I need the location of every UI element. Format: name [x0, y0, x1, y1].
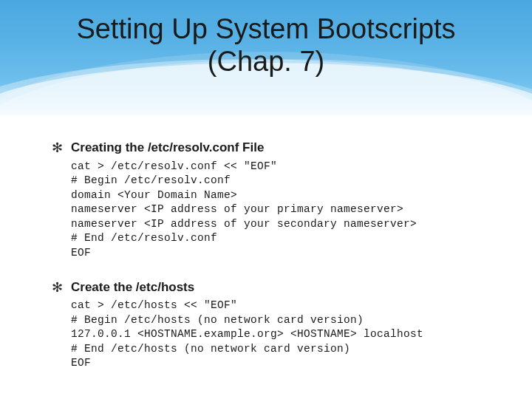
bullet-block: ✻ Creating the /etc/resolv.conf File cat… — [52, 140, 488, 261]
code-block: cat > /etc/hosts << "EOF" # Begin /etc/h… — [52, 299, 488, 371]
asterisk-icon: ✻ — [52, 140, 62, 157]
bullet-heading: ✻ Create the /etc/hosts — [52, 280, 488, 296]
slide-content: ✻ Creating the /etc/resolv.conf File cat… — [0, 118, 532, 399]
title-line-1: Setting Up System Bootscripts — [76, 13, 455, 44]
header-banner: Setting Up System Bootscripts (Chap. 7) — [0, 0, 532, 118]
title-line-2: (Chap. 7) — [208, 46, 324, 77]
bullet-block: ✻ Create the /etc/hosts cat > /etc/hosts… — [52, 280, 488, 371]
bullet-heading: ✻ Creating the /etc/resolv.conf File — [52, 140, 488, 157]
code-block: cat > /etc/resolv.conf << "EOF" # Begin … — [52, 160, 488, 261]
heading-text: Create the /etc/hosts — [71, 280, 194, 295]
asterisk-icon: ✻ — [52, 280, 62, 296]
heading-text: Creating the /etc/resolv.conf File — [71, 140, 264, 155]
slide-title: Setting Up System Bootscripts (Chap. 7) — [0, 13, 532, 78]
